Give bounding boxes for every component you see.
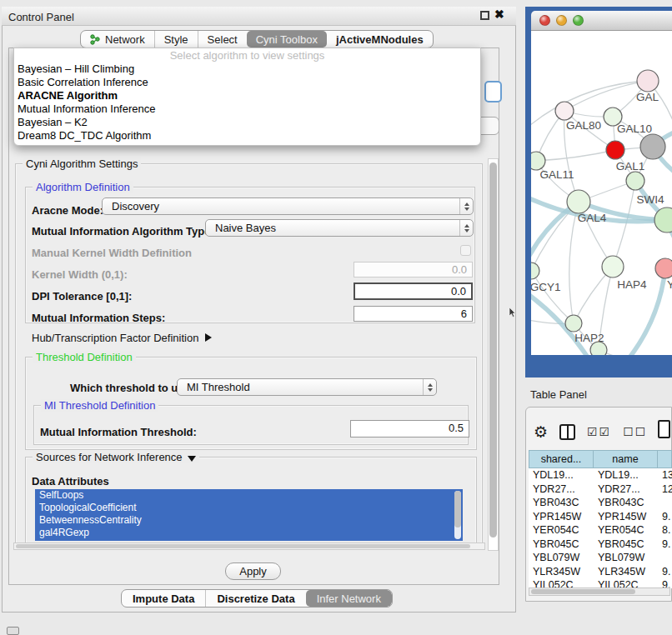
- settings-scrollbar-thumb[interactable]: [489, 162, 497, 538]
- network-edge[interactable]: [613, 181, 635, 267]
- document-icon[interactable]: [658, 420, 670, 438]
- network-node-label: GAL10: [617, 122, 652, 135]
- bottom-tabbar: Impute Data Discretize Data Infer Networ…: [121, 589, 393, 608]
- cyni-algorithm-settings-title: Cyni Algorithm Settings: [23, 158, 141, 170]
- manual-kernel-width-checkbox[interactable]: [460, 245, 471, 256]
- network-node[interactable]: [567, 190, 590, 213]
- column-header[interactable]: name: [594, 450, 658, 468]
- control-panel-tabbar: Network Style Select Cyni Toolbox jActiv…: [80, 30, 434, 48]
- network-node[interactable]: [655, 258, 672, 278]
- combo-stepper-icon: [459, 198, 473, 214]
- mi-algorithm-type-combo[interactable]: Naive Bayes: [205, 219, 474, 237]
- table-horizontal-scrollbar-thumb[interactable]: [531, 589, 635, 594]
- tab-cyni-toolbox[interactable]: Cyni Toolbox: [247, 31, 327, 48]
- mi-steps-label: Mutual Information Steps:: [32, 312, 165, 324]
- expander-right-icon: [205, 333, 212, 342]
- mi-threshold-group-title: MI Threshold Definition: [41, 399, 158, 412]
- table-row[interactable]: YDR27...YDR27...12: [529, 482, 672, 497]
- network-node-label: Y: [667, 278, 672, 291]
- gear-icon[interactable]: ⚙: [534, 424, 548, 440]
- algorithm-combo-fragment[interactable]: [484, 81, 502, 102]
- list-scrollbar-thumb[interactable]: [454, 491, 461, 528]
- network-node[interactable]: [637, 70, 659, 92]
- mi-algorithm-type-label: Mutual Information Algorithm Type:: [32, 225, 214, 238]
- manual-kernel-width-label: Manual Kernel Width Definition: [32, 247, 192, 259]
- sources-group-title[interactable]: Sources for Network Inference: [33, 451, 199, 463]
- list-item[interactable]: SelfLoops: [35, 489, 463, 502]
- tab-select[interactable]: Select: [198, 31, 247, 48]
- network-node-label: GAL80: [566, 119, 601, 132]
- tab-network-label: Network: [105, 33, 145, 46]
- tab-style[interactable]: Style: [154, 31, 198, 48]
- dpi-tolerance-field[interactable]: 0.0: [354, 282, 473, 300]
- table-row[interactable]: YBL079WYBL079W: [529, 551, 672, 565]
- tab-discretize-data[interactable]: Discretize Data: [205, 590, 305, 607]
- dropdown-item[interactable]: Bayesian – K2: [14, 116, 480, 129]
- network-node[interactable]: [531, 262, 539, 279]
- which-threshold-combo[interactable]: MI Threshold: [177, 378, 437, 396]
- list-item[interactable]: BetweennessCentrality: [35, 514, 463, 527]
- aracne-mode-label: Aracne Mode:: [32, 204, 103, 217]
- network-node[interactable]: [606, 141, 624, 159]
- mouse-cursor-icon: [509, 308, 516, 318]
- hub-definition-expander[interactable]: Hub/Transcription Factor Definition: [32, 332, 212, 344]
- columns-icon[interactable]: [559, 424, 575, 440]
- which-threshold-label: Which threshold to use:: [70, 382, 193, 394]
- minimize-traffic-light-icon[interactable]: [556, 15, 567, 26]
- mi-threshold-field[interactable]: 0.5: [350, 420, 469, 438]
- dropdown-item-selected[interactable]: ARACNE Algorithm: [14, 89, 480, 102]
- mi-steps-field[interactable]: 6: [354, 306, 473, 322]
- list-item[interactable]: gal4RGexp: [35, 527, 463, 539]
- network-node[interactable]: [531, 152, 545, 170]
- settings-scrollbar[interactable]: [488, 158, 499, 551]
- table-row[interactable]: YBR043CYBR043C: [529, 496, 672, 510]
- network-window-titlebar[interactable]: [531, 11, 672, 31]
- network-node[interactable]: [590, 342, 607, 355]
- docked-panel-icon[interactable]: [7, 627, 19, 635]
- network-node-label: SWI4: [636, 193, 664, 206]
- dropdown-item[interactable]: Basic Correlation Inference: [14, 76, 480, 89]
- network-node-label: HAP4: [617, 278, 647, 291]
- network-node[interactable]: [555, 102, 574, 120]
- kernel-width-field[interactable]: 0.0: [354, 262, 473, 278]
- table-header: shared... name: [529, 450, 672, 468]
- threshold-definition-title: Threshold Definition: [33, 351, 136, 363]
- close-icon[interactable]: ✖: [494, 8, 504, 21]
- network-node[interactable]: [626, 172, 644, 190]
- network-node[interactable]: [640, 134, 665, 159]
- aracne-mode-combo[interactable]: Discovery: [102, 198, 474, 215]
- table-row[interactable]: YDL19...YDL19...13: [529, 468, 672, 482]
- kernel-width-label: Kernel Width (0,1):: [32, 268, 128, 281]
- dpi-tolerance-label: DPI Tolerance [0,1]:: [32, 290, 132, 302]
- tab-impute-data[interactable]: Impute Data: [122, 590, 205, 607]
- column-header[interactable]: shared...: [529, 450, 594, 468]
- network-node[interactable]: [602, 256, 624, 278]
- network-node[interactable]: [565, 315, 582, 332]
- tab-network[interactable]: Network: [81, 31, 154, 48]
- zoom-traffic-light-icon[interactable]: [573, 15, 584, 26]
- select-all-checkboxes-icon[interactable]: ☑☑: [587, 425, 611, 438]
- dropdown-item[interactable]: Dream8 DC_TDC Algorithm: [14, 129, 480, 142]
- network-edge[interactable]: [536, 150, 615, 161]
- dropdown-item[interactable]: Mutual Information Inference: [14, 102, 480, 116]
- settings-horizontal-scrollbar[interactable]: [13, 542, 485, 550]
- network-canvas[interactable]: GALGAL80GAL10GAL1GAL11GAL4SWI4GCY1HAP4YH…: [531, 31, 672, 355]
- tab-infer-network[interactable]: Infer Network: [306, 590, 392, 607]
- dropdown-item[interactable]: Bayesian – Hill Climbing: [14, 62, 480, 76]
- list-scrollbar[interactable]: [454, 491, 461, 539]
- apply-button[interactable]: Apply: [225, 562, 281, 580]
- list-item[interactable]: TopologicalCoefficient: [35, 502, 463, 514]
- tab-jactivemnodules[interactable]: jActiveMNodules: [327, 31, 433, 48]
- close-traffic-light-icon[interactable]: [539, 15, 550, 26]
- table-row[interactable]: YBR045CYBR045C9.: [529, 538, 672, 552]
- table-row[interactable]: YER054CYER054C8.: [529, 523, 672, 538]
- settings-horizontal-scrollbar-thumb[interactable]: [16, 544, 470, 548]
- attribute-table: shared... name YDL19...YDL19...13 YDR27.…: [529, 450, 672, 588]
- table-horizontal-scrollbar[interactable]: [529, 588, 670, 596]
- table-row[interactable]: YPR145WYPR145W9.: [529, 510, 672, 524]
- float-window-icon[interactable]: [480, 11, 489, 20]
- deselect-all-checkboxes-icon[interactable]: ☐☐: [623, 425, 647, 438]
- table-row[interactable]: YLR345WYLR345W9.: [529, 565, 672, 579]
- column-header[interactable]: [658, 450, 672, 468]
- data-attributes-label: Data Attributes: [32, 475, 109, 488]
